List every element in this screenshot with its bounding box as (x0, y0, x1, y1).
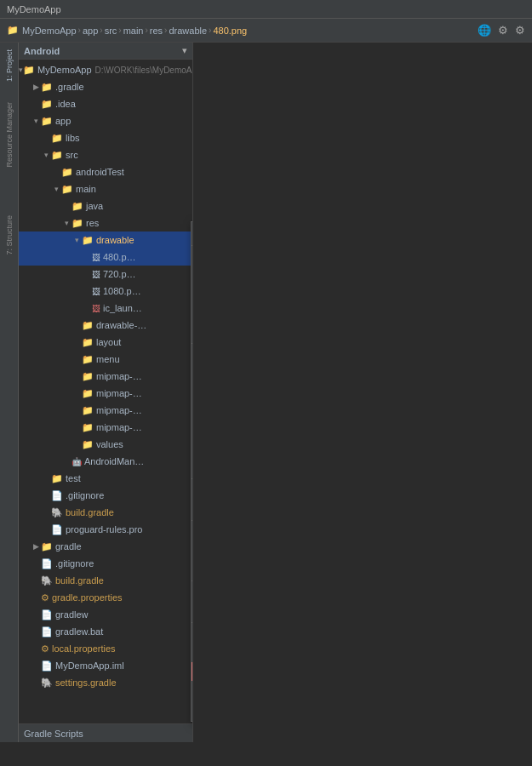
menu-item-add-favorites[interactable]: Add to Favorites ▶ (192, 402, 193, 420)
menu-item-synchronize[interactable]: 🔄 Synchronize '480.png' (192, 560, 193, 579)
tree-item-mipmap4[interactable]: 📁 mipmap-… (19, 419, 192, 436)
menu-item-cut[interactable]: ✂ Cut Ctrl+X (192, 248, 193, 266)
tree-item-drawable[interactable]: ▾ 📁 drawable (19, 232, 192, 249)
tree-item-manifest[interactable]: 🤖 AndroidMan… (19, 453, 192, 470)
tree-item-mipmap1[interactable]: 📁 mipmap-… (19, 368, 192, 385)
folder-icon-gradle: 📁 (41, 82, 53, 93)
sidebar-tab-project[interactable]: 1: Project (3, 43, 16, 89)
tree-item-1080[interactable]: 🖼 1080.p… (19, 283, 192, 300)
tree-item-src[interactable]: ▾ 📁 src (19, 146, 192, 163)
tree-item-mipmap2[interactable]: 📁 mipmap-… (19, 385, 192, 402)
tree-item-drawablev[interactable]: 📁 drawable-… (19, 317, 192, 334)
menu-item-copy-relative-path[interactable]: Copy Relative Path Ctrl+Alt+Shift+C (192, 304, 193, 323)
tree-item-values[interactable]: 📁 values (19, 436, 192, 453)
file-icon-gitignore-root: 📄 (41, 558, 53, 569)
tree-item-gradle-root[interactable]: ▶ 📁 gradle (19, 538, 192, 555)
menu-item-open-terminal[interactable]: ⬛ Open in Terminal (192, 500, 193, 518)
menu-item-new[interactable]: New ▶ (192, 225, 193, 243)
sidebar-tab-structure[interactable]: 7: Structure (3, 209, 16, 262)
breadcrumb-part-main[interactable]: main (123, 26, 144, 36)
breadcrumb-part-src[interactable]: src (105, 26, 117, 36)
folder-icon-drawablev: 📁 (82, 320, 94, 331)
tree-item-gradlew[interactable]: 📄 gradlew (19, 606, 192, 623)
breadcrumb-app[interactable]: MyDemoApp (22, 26, 77, 36)
label-androidtest: androidTest (76, 167, 124, 177)
tree-item-buildgradle-root[interactable]: 🐘 build.gradle (19, 572, 192, 589)
tree-item-libs[interactable]: 📁 libs (19, 129, 192, 146)
file-icon-gradleprops: ⚙ (41, 592, 49, 603)
tree-item-720[interactable]: 🖼 720.p… (19, 266, 192, 283)
gear-icon[interactable]: ⚙ (515, 24, 525, 37)
project-panel: Android ▾ ▾ 📁 MyDemoApp D:\WORK\files\My… (19, 43, 193, 742)
menu-item-create-gist[interactable]: 🐙 Create Gist... (192, 643, 193, 662)
tree-item-root[interactable]: ▾ 📁 MyDemoApp D:\WORK\files\MyDemoApp (19, 61, 192, 78)
menu-item-set-background[interactable]: Set Background Image (192, 625, 193, 643)
menu-item-git[interactable]: Git ▶ (192, 541, 193, 560)
folder-icon-layout: 📁 (82, 337, 94, 348)
tree-item-main[interactable]: ▾ 📁 main (19, 180, 192, 197)
label-root: MyDemoApp (37, 65, 92, 75)
arrow-drawable: ▾ (72, 236, 82, 244)
project-header-dropdown[interactable]: ▾ (182, 45, 187, 56)
tree-item-test[interactable]: 📁 test (19, 470, 192, 487)
menu-item-analyze[interactable]: Analyze ▶ (192, 364, 193, 383)
tree-item-settings-gradle[interactable]: 🐘 settings.gradle (19, 674, 192, 691)
tree-item-480[interactable]: 🖼 480.p… (19, 249, 192, 266)
editor-area (193, 43, 532, 742)
file-icon-480: 🖼 (92, 253, 100, 262)
breadcrumb-sep2: › (100, 26, 102, 35)
label-java: java (86, 201, 103, 211)
menu-item-paste[interactable]: Paste Ctrl+V (192, 323, 193, 341)
label-gradle-root: gradle (55, 541, 82, 552)
menu-item-delete[interactable]: Delete... Delete (192, 439, 193, 458)
menu-item-refactor[interactable]: Refactor ▶ (192, 383, 193, 402)
tree-item-app[interactable]: ▾ 📁 app (19, 112, 192, 129)
breadcrumb-part-app[interactable]: app (83, 26, 98, 36)
sidebar-tab-resource[interactable]: Resource Manager (3, 95, 16, 174)
tree-item-proguard[interactable]: 📄 proguard-rules.pro (19, 521, 192, 538)
menu-item-local-history[interactable]: Local History ▶ (192, 523, 193, 541)
folder-icon-main: 📁 (61, 184, 73, 195)
tree-item-gradleprops[interactable]: ⚙ gradle.properties (19, 589, 192, 606)
label-menu: menu (96, 354, 120, 364)
tree-item-gitignore-root[interactable]: 📄 .gitignore (19, 555, 192, 572)
tree-item-androidtest[interactable]: 📁 androidTest (19, 163, 192, 180)
menu-item-make-module[interactable]: Make Module 'MyDemoApp' Ctrl+Shift+F9 (192, 458, 193, 477)
tree-item-java[interactable]: 📁 java (19, 197, 192, 214)
menu-item-compare-with[interactable]: Compare With... Ctrl+D (192, 602, 193, 620)
menu-item-file-path[interactable]: File Path Ctrl+Alt+F12 (192, 583, 193, 602)
tree-item-gitignore-app[interactable]: 📄 .gitignore (19, 487, 192, 504)
breadcrumb-part-res[interactable]: res (150, 26, 163, 36)
menu-item-copy-path[interactable]: Copy Path Ctrl+Shift+C (192, 285, 193, 304)
menu-item-show-resource[interactable]: ⚡ Show In Resource Manager Ctrl+Shift+T (192, 420, 193, 439)
tree-item-iclauncher[interactable]: 🖼 ic_laun… (19, 300, 192, 317)
tree-item-gradle[interactable]: ▶ 📁 .gradle (19, 78, 192, 95)
file-icon-gradlew: 📄 (41, 609, 53, 620)
label-res: res (86, 218, 99, 228)
menu-item-jump-external[interactable]: Jump to External Editor Ctrl+Alt+F4 (192, 700, 193, 718)
menu-item-create-9patch[interactable]: Create 9-Patch file... (192, 662, 193, 681)
menu-item-find-usages[interactable]: Find Usages Alt+F7 (192, 346, 193, 364)
label-mipmap1: mipmap-… (96, 371, 142, 381)
menu-item-show-explorer[interactable]: 🗂 Show in Explorer (192, 481, 193, 500)
breadcrumb-part-file[interactable]: 480.png (213, 26, 247, 36)
tree-item-res[interactable]: ▾ 📁 res (19, 214, 192, 232)
title-bar-text: MyDemoApp (7, 4, 61, 14)
tree-item-layout[interactable]: 📁 layout (19, 334, 192, 351)
menu-item-copy[interactable]: 📋 Copy Ctrl+C (192, 266, 193, 285)
folder-icon-app: 📁 (41, 116, 53, 127)
sliders-icon[interactable]: ⚙ (498, 24, 508, 37)
tree-item-menu[interactable]: 📁 menu (19, 351, 192, 368)
globe-icon[interactable]: 🌐 (478, 24, 491, 37)
menu-item-convert-webp[interactable]: Convert to WebP... (192, 681, 193, 700)
breadcrumb-part-drawable[interactable]: drawable (169, 26, 207, 36)
file-icon-1080: 🖼 (92, 287, 100, 296)
tree-item-localprops[interactable]: ⚙ local.properties (19, 640, 192, 657)
tree-item-gradlew-bat[interactable]: 📄 gradlew.bat (19, 623, 192, 640)
label-iclauncher: ic_laun… (103, 303, 142, 313)
tree-item-mipmap3[interactable]: 📁 mipmap-… (19, 402, 192, 419)
tree-item-iml[interactable]: 📄 MyDemoApp.iml (19, 657, 192, 674)
tree-item-idea[interactable]: 📁 .idea (19, 95, 192, 112)
folder-icon-idea: 📁 (41, 99, 53, 110)
tree-item-buildgradle-app[interactable]: 🐘 build.gradle (19, 504, 192, 521)
